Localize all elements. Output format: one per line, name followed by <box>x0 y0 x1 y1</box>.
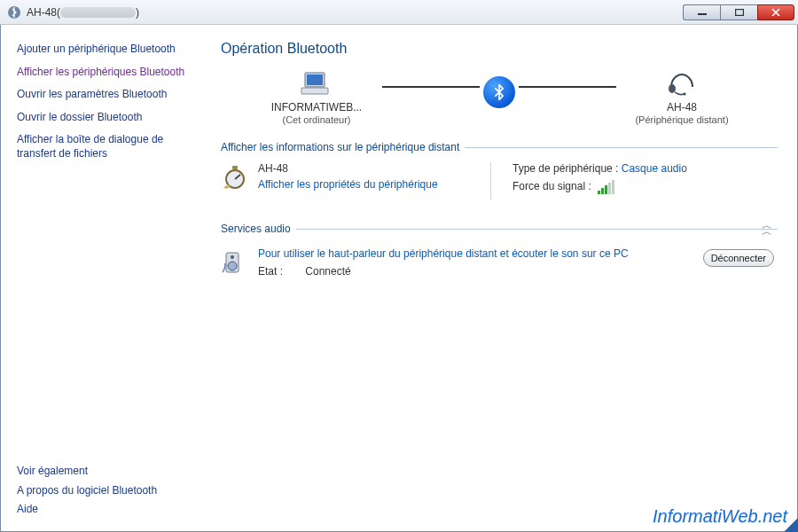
headset-icon <box>620 69 744 99</box>
svg-rect-9 <box>232 166 238 169</box>
sidebar-link-add-device[interactable]: Ajouter un périphérique Bluetooth <box>17 43 185 57</box>
disconnect-button[interactable]: Déconnecter <box>703 249 774 267</box>
local-computer-node: INFORMATIWEB... (Cet ordinateur) <box>254 69 379 125</box>
window-title-prefix: AH-48( <box>27 6 60 19</box>
device-info-group: Afficher les informations sur le périphé… <box>221 141 778 200</box>
audio-service-state-label: Etat : <box>258 265 302 278</box>
device-type-value[interactable]: Casque audio <box>622 162 687 175</box>
device-properties-link[interactable]: Afficher les propriétés du périphérique <box>258 178 438 191</box>
svg-rect-2 <box>735 9 743 15</box>
maximize-icon <box>735 9 744 16</box>
remote-device-sub: (Périphérique distant) <box>620 114 744 125</box>
close-icon <box>771 9 780 16</box>
content-pane: Opération Bluetooth INFORMATIWEB... (Cet… <box>196 25 797 531</box>
sidebar-link-help[interactable]: Aide <box>17 503 185 517</box>
audio-service-description: Pour utiliser le haut-parleur du périphé… <box>258 247 778 260</box>
svg-rect-4 <box>307 74 323 85</box>
window-titlebar: AH-48() <box>0 0 798 25</box>
sidebar-link-open-settings[interactable]: Ouvrir les paramètres Bluetooth <box>17 88 185 102</box>
audio-service-state-value: Connecté <box>305 265 350 278</box>
signal-strength-icon <box>598 180 614 194</box>
stopwatch-icon <box>221 162 249 191</box>
device-info-right: Type de périphérique : Casque audio Forc… <box>512 162 687 200</box>
remote-device-name: AH-48 <box>620 101 744 113</box>
device-info-group-title: Afficher les informations sur le périphé… <box>221 141 778 153</box>
connection-line-left <box>382 86 480 88</box>
page-title: Opération Bluetooth <box>221 41 778 57</box>
device-info-group-title-text: Afficher les informations sur le périphé… <box>221 141 459 153</box>
local-computer-name: INFORMATIWEB... <box>254 101 379 113</box>
window-controls <box>683 4 794 20</box>
audio-services-group-title: Services audio <box>221 223 778 235</box>
vertical-divider <box>490 162 491 200</box>
sidebar: Ajouter un périphérique Bluetooth Affich… <box>1 25 196 531</box>
minimize-icon <box>698 9 707 16</box>
svg-point-13 <box>231 255 234 259</box>
sidebar-see-also-heading: Voir également <box>17 465 185 477</box>
svg-point-7 <box>683 92 685 95</box>
client-area: Ajouter un périphérique Bluetooth Affich… <box>0 25 798 532</box>
computer-icon <box>254 69 379 99</box>
page-corner-fold-icon <box>784 518 798 532</box>
device-info-left: AH-48 Afficher les propriétés du périphé… <box>221 162 469 200</box>
speaker-icon <box>221 247 246 276</box>
device-info-name: AH-48 <box>258 162 438 175</box>
window-title-suffix: ) <box>136 6 139 19</box>
minimize-button[interactable] <box>683 4 720 20</box>
pairing-diagram: INFORMATIWEB... (Cet ordinateur) AH-48 <box>221 69 778 125</box>
audio-services-group-title-text: Services audio <box>221 223 291 235</box>
local-computer-sub: (Cet ordinateur) <box>254 114 379 125</box>
maximize-button[interactable] <box>720 4 757 20</box>
signal-strength-label: Force du signal : <box>512 180 591 192</box>
window-title: AH-48() <box>27 6 139 19</box>
svg-rect-5 <box>301 88 328 94</box>
svg-point-6 <box>669 84 676 93</box>
svg-rect-1 <box>698 13 707 15</box>
svg-point-12 <box>228 262 237 270</box>
bluetooth-icon <box>483 76 515 108</box>
audio-services-group: Services audio ︿︿ Pour utiliser le haut-… <box>221 223 778 278</box>
collapse-toggle[interactable]: ︿︿ <box>762 223 772 235</box>
sidebar-link-show-devices[interactable]: Afficher les périphériques Bluetooth <box>17 66 185 80</box>
window-title-redacted <box>60 7 136 18</box>
app-icon <box>7 5 21 20</box>
sidebar-link-transfer-dialog[interactable]: Afficher la boîte de dialogue de transfe… <box>17 133 185 160</box>
connection-line-right <box>519 86 616 88</box>
device-type-label: Type de périphérique : <box>512 162 618 175</box>
sidebar-link-open-folder[interactable]: Ouvrir le dossier Bluetooth <box>17 111 185 125</box>
close-button[interactable] <box>757 4 794 20</box>
remote-device-node: AH-48 (Périphérique distant) <box>620 69 744 125</box>
sidebar-link-about[interactable]: A propos du logiciel Bluetooth <box>17 484 185 498</box>
